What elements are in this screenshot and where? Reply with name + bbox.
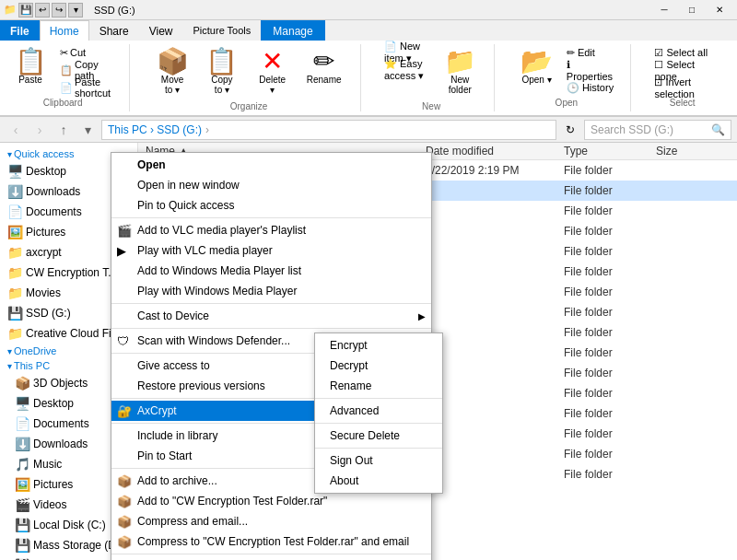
- 3d-icon: 📦: [15, 376, 29, 391]
- minimize-button[interactable]: ─: [650, 0, 678, 20]
- paste-icon: 📋: [15, 49, 47, 75]
- docs2-icon: 📄: [15, 416, 29, 431]
- delete-label: Delete ▾: [256, 75, 289, 95]
- ctx-compress-email[interactable]: 📦Compress and email...: [111, 511, 431, 531]
- music-icon: 🎵: [15, 457, 29, 472]
- window-title: SSD (G:): [94, 5, 135, 16]
- c-icon: 💾: [15, 518, 29, 532]
- tab-file[interactable]: File: [0, 20, 40, 41]
- ribbon-tabs: File Home Share View Picture Tools Manag…: [0, 20, 737, 41]
- qat-dropdown[interactable]: ▾: [68, 3, 83, 18]
- qat-redo[interactable]: ↪: [52, 3, 66, 18]
- new-folder-icon: 📁: [444, 49, 476, 75]
- col-size[interactable]: Size: [656, 145, 730, 158]
- breadcrumb-text: This PC › SSD (G:): [108, 123, 202, 136]
- maximize-button[interactable]: □: [678, 0, 706, 20]
- rename-button[interactable]: ✏ Rename: [298, 44, 349, 89]
- file-type: File folder: [564, 164, 656, 177]
- invert-selection-button[interactable]: ⊡ Invert selection: [649, 79, 715, 96]
- qat-undo[interactable]: ↩: [35, 3, 50, 18]
- sub-encrypt[interactable]: Encrypt: [315, 335, 442, 356]
- cwenc-icon: 📁: [7, 265, 22, 280]
- tab-share[interactable]: Share: [89, 20, 139, 41]
- sub-rename[interactable]: Rename: [315, 376, 442, 396]
- ctx-open[interactable]: Open: [111, 155, 431, 175]
- col-type[interactable]: Type: [564, 145, 656, 158]
- select-group: ☑ Select all ☐ Select none ⊡ Invert sele…: [649, 44, 726, 111]
- title-bar-left: 📁 💾 ↩ ↪ ▾ SSD (G:): [4, 3, 135, 18]
- ctx-wmp-play[interactable]: Play with Windows Media Player: [111, 281, 431, 301]
- ctx-pin-quick-access[interactable]: Pin to Quick access: [111, 195, 431, 216]
- move-label: Moveto ▾: [161, 75, 183, 95]
- quick-access-toolbar: 📁 💾 ↩ ↪ ▾: [4, 3, 83, 18]
- open-button[interactable]: 📂 Open ▾: [513, 44, 560, 89]
- easy-access-button[interactable]: ⭐ Easy access ▾: [380, 62, 435, 78]
- ctx-wmp-add[interactable]: Add to Windows Media Player list: [111, 261, 431, 281]
- select-label: Select: [670, 98, 696, 108]
- copy-icon: 📋: [60, 64, 73, 76]
- move-to-button[interactable]: 📦 Moveto ▾: [148, 44, 196, 99]
- new-group: 📄 New item ▾ ⭐ Easy access ▾ 📁 Newfolder…: [380, 44, 495, 111]
- paste-shortcut-button[interactable]: 📄 Paste shortcut: [55, 79, 118, 96]
- rename-icon: ✏: [313, 49, 334, 75]
- forward-button[interactable]: ›: [29, 120, 50, 140]
- sub-advanced[interactable]: Advanced: [315, 401, 442, 421]
- axcrypt-submenu: Encrypt Decrypt Rename Advanced Secure D…: [314, 332, 443, 494]
- paste-button[interactable]: 📋 Paste: [7, 44, 53, 89]
- title-bar: 📁 💾 ↩ ↪ ▾ SSD (G:) ─ □ ✕: [0, 0, 737, 20]
- sub-decrypt[interactable]: Decrypt: [315, 356, 442, 376]
- new-folder-label: Newfolder: [449, 75, 472, 95]
- clipboard-label: Clipboard: [43, 98, 83, 108]
- dl2-icon: ⬇️: [15, 437, 29, 451]
- ribbon: File Home Share View Picture Tools Manag…: [0, 20, 737, 117]
- tab-manage[interactable]: Manage: [261, 20, 324, 41]
- copy-to-button[interactable]: 📋 Copyto ▾: [198, 44, 246, 99]
- paste-label: Paste: [18, 75, 42, 85]
- properties-button[interactable]: ℹ Properties: [562, 62, 620, 78]
- file-type: File folder: [564, 184, 656, 197]
- sub-secure-delete[interactable]: Secure Delete: [315, 426, 442, 446]
- new-folder-button[interactable]: 📁 Newfolder: [437, 44, 483, 99]
- compress-icon: 📦: [117, 515, 132, 529]
- ctx-open-new-window[interactable]: Open in new window: [111, 175, 431, 195]
- recent-button[interactable]: ▾: [77, 120, 98, 140]
- sub-sign-out[interactable]: Sign Out: [315, 450, 442, 471]
- open-icon: 📂: [521, 49, 553, 75]
- open-group: 📂 Open ▾ ✏ Edit ℹ Properties 🕒 History O…: [513, 44, 631, 111]
- address-bar: ‹ › ↑ ▾ This PC › SSD (G:) › ↻ Search SS…: [0, 117, 737, 143]
- tab-home[interactable]: Home: [40, 20, 89, 41]
- sub-sep1: [315, 398, 442, 399]
- history-button[interactable]: 🕒 History: [562, 79, 620, 96]
- organize-label: Organize: [230, 101, 268, 111]
- qat-save[interactable]: 💾: [18, 3, 33, 18]
- pics2-icon: 🖼️: [15, 477, 29, 492]
- movies-icon: 📁: [7, 286, 22, 300]
- ctx-send-to[interactable]: Send to: [111, 556, 431, 560]
- file-date: 8/22/2019 2:19 PM: [426, 164, 564, 177]
- search-box[interactable]: Search SSD (G:) 🔍: [584, 120, 731, 140]
- shortcut-icon: 📄: [60, 82, 73, 94]
- search-icon: 🔍: [711, 123, 725, 136]
- breadcrumb-arrow: ›: [205, 123, 209, 136]
- up-button[interactable]: ↑: [53, 120, 74, 140]
- ctx-cast[interactable]: Cast to Device: [111, 306, 431, 326]
- refresh-button[interactable]: ↻: [560, 120, 580, 140]
- tab-picture-tools[interactable]: Picture Tools: [183, 20, 262, 41]
- close-button[interactable]: ✕: [706, 0, 733, 20]
- sub-about[interactable]: About: [315, 471, 442, 491]
- ctx-vlc-play[interactable]: ▶Play with VLC media player: [111, 240, 431, 261]
- delete-button[interactable]: ✕ Delete ▾: [248, 44, 298, 99]
- breadcrumb[interactable]: This PC › SSD (G:) ›: [101, 120, 556, 140]
- ribbon-content: 📋 Paste ✂ Cut 📋 Copy path 📄 Paste shortc…: [0, 41, 737, 116]
- ctx-compress-rar-email[interactable]: 📦Compress to "CW Encryption Test Folder.…: [111, 531, 431, 552]
- ctx-sep8: [111, 554, 431, 554]
- ctx-add-rar[interactable]: 📦Add to "CW Encryption Test Folder.rar": [111, 491, 431, 511]
- copyto-label: Copyto ▾: [211, 75, 232, 95]
- back-button[interactable]: ‹: [6, 120, 26, 140]
- delete-icon: ✕: [262, 49, 283, 75]
- col-date[interactable]: Date modified: [426, 145, 564, 158]
- desktop2-icon: 🖥️: [15, 396, 29, 411]
- tab-view[interactable]: View: [139, 20, 183, 41]
- context-menu: Open Open in new window Pin to Quick acc…: [111, 152, 432, 560]
- ctx-vlc-playlist[interactable]: 🎬Add to VLC media player's Playlist: [111, 220, 431, 240]
